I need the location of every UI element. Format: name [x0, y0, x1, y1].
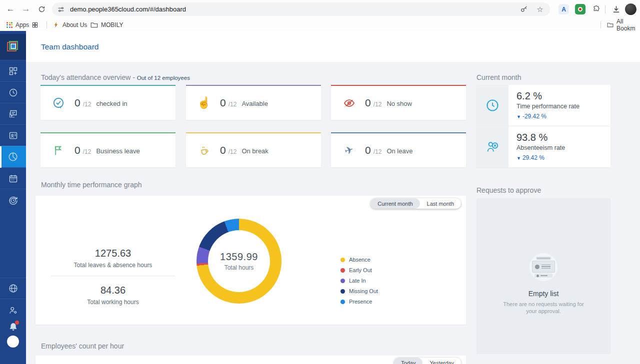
downloads-icon[interactable] [610, 3, 622, 14]
apps-grid-icon [6, 22, 12, 28]
extensions-puzzle-icon[interactable] [591, 4, 602, 14]
user-avatar[interactable] [7, 336, 19, 348]
plane-icon: ✈ [340, 141, 358, 159]
app-logo[interactable] [0, 34, 26, 60]
legend-dot [340, 268, 345, 273]
bookmarks-bar: Apps About Us MOBILY A [0, 18, 640, 31]
month-toggle: Current month Last month [370, 198, 461, 209]
sidebar-item-history[interactable] [0, 189, 26, 210]
legend-early-out[interactable]: Early Out [340, 267, 378, 273]
stat-label: Absenteeism rate [516, 144, 565, 151]
bookmark-apps[interactable]: Apps [6, 20, 29, 29]
toolbar-separator [605, 5, 606, 13]
sidebar-item-requests[interactable] [0, 103, 26, 124]
card-label: checked in [96, 100, 127, 107]
bookmark-about-us[interactable]: About Us [53, 20, 87, 29]
sidebar-item-time[interactable] [0, 81, 26, 103]
donut-ring[interactable]: 1359.99 Total hours [196, 219, 282, 304]
card-label: No show [386, 100, 412, 107]
sidebar-item-employees[interactable] [0, 124, 26, 146]
stat-value: 93.8 % [516, 132, 565, 143]
toggle-current-month[interactable]: Current month [370, 198, 420, 209]
donut-total-label: Total hours [224, 264, 254, 271]
time-history-icon [8, 195, 18, 205]
legend-dot [340, 289, 345, 294]
content: Today's attendance overview - Out of 12 … [26, 62, 640, 364]
bookmark-grid[interactable] [32, 20, 38, 29]
empty-list-icon [530, 253, 558, 281]
toggle-last-month[interactable]: Last month [420, 198, 461, 209]
toggle-yesterday[interactable]: Yesterday [422, 358, 461, 364]
hourly-heading: Employees' count per hour [41, 342, 124, 350]
legend-missing-out[interactable]: Missing Out [340, 288, 378, 294]
browser-profile-avatar[interactable] [625, 3, 636, 15]
forward-icon[interactable]: → [20, 3, 32, 14]
sidebar-item-dashboard[interactable] [0, 60, 26, 81]
legend-absence[interactable]: Absence [340, 257, 378, 263]
card-business-leave: 0 /12 Business leave [40, 132, 176, 167]
flag-icon [52, 143, 66, 157]
bookmark-star-icon[interactable]: ☆ [535, 4, 545, 14]
current-month-heading: Current month [476, 73, 521, 81]
legend-label: Late In [349, 278, 366, 284]
calendar-icon [8, 173, 18, 184]
trend-down-icon: ▼ [516, 156, 521, 161]
folder-icon [90, 21, 98, 28]
hand-point-icon: ☝ [197, 96, 211, 110]
monthly-graph-heading: Monthly time performance graph [41, 181, 142, 189]
legend-label: Presence [349, 299, 372, 305]
grid-icon [32, 21, 38, 28]
legend-label: Absence [349, 257, 370, 263]
card-total: /12 [83, 148, 92, 155]
attendance-subheading: Out of 12 employees [137, 75, 190, 81]
hourly-panel: Today Yesterday [36, 356, 466, 364]
total-leaves-value: 1275.63 [50, 248, 176, 259]
notification-badge [15, 321, 19, 325]
bell-icon [8, 322, 18, 332]
extension-a-icon[interactable]: A [558, 4, 569, 14]
stat-icon-cell [476, 85, 508, 126]
empty-list-title: Empty list [476, 290, 610, 298]
sidebar-item-analytics[interactable] [0, 146, 26, 167]
legend-presence[interactable]: Presence [340, 299, 378, 305]
card-total: /12 [374, 148, 382, 155]
attendance-heading-text: Today's attendance overview - [41, 73, 135, 81]
legend-late-in[interactable]: Late In [340, 278, 378, 284]
card-value: 0 [220, 144, 226, 156]
folder-icon [607, 21, 614, 28]
stats-divider [51, 276, 175, 276]
toggle-today[interactable]: Today [394, 358, 422, 364]
bookmark-folder-label: MOBILY [101, 21, 123, 28]
legend-dot [340, 300, 345, 304]
card-label: On break [242, 147, 268, 155]
extension-recorder-icon[interactable] [575, 4, 586, 14]
back-icon[interactable]: ← [5, 3, 16, 14]
browser-toolbar: ← → demo.people365cloud.com/#/dashboard … [0, 0, 640, 18]
total-working-value: 84.36 [50, 285, 176, 296]
card-label: Business leave [96, 147, 140, 155]
attendance-heading: Today's attendance overview - Out of 12 … [41, 73, 190, 81]
card-label: Available [242, 100, 268, 107]
sidebar-item-notifications[interactable] [0, 320, 26, 334]
clock-icon [485, 98, 500, 113]
sidebar-item-language[interactable] [0, 278, 26, 299]
empty-list-text: There are no requests waiting for your a… [498, 301, 588, 315]
password-key-icon[interactable] [519, 4, 529, 14]
all-bookmarks[interactable]: All Bookm [607, 20, 640, 29]
address-bar[interactable]: demo.people365cloud.com/#/dashboard ☆ [52, 2, 550, 16]
card-value: 0 [74, 97, 80, 109]
card-label: On leave [386, 147, 412, 155]
card-value: 0 [365, 144, 371, 156]
sidebar-item-account-settings[interactable] [0, 300, 26, 321]
grid-plus-icon [8, 66, 18, 76]
card-value: 0 [220, 97, 226, 109]
sidebar-item-calendar[interactable] [0, 167, 26, 189]
bookmark-folder-mobily[interactable]: MOBILY [90, 20, 123, 29]
reload-icon[interactable] [36, 3, 47, 14]
stat-icon-cell [476, 126, 508, 167]
logo-icon [7, 41, 19, 53]
site-info-icon[interactable] [57, 5, 65, 13]
total-working-label: Total working hours [50, 299, 176, 306]
bookmark-apps-label: Apps [16, 21, 29, 28]
pie-chart-icon [8, 151, 18, 162]
